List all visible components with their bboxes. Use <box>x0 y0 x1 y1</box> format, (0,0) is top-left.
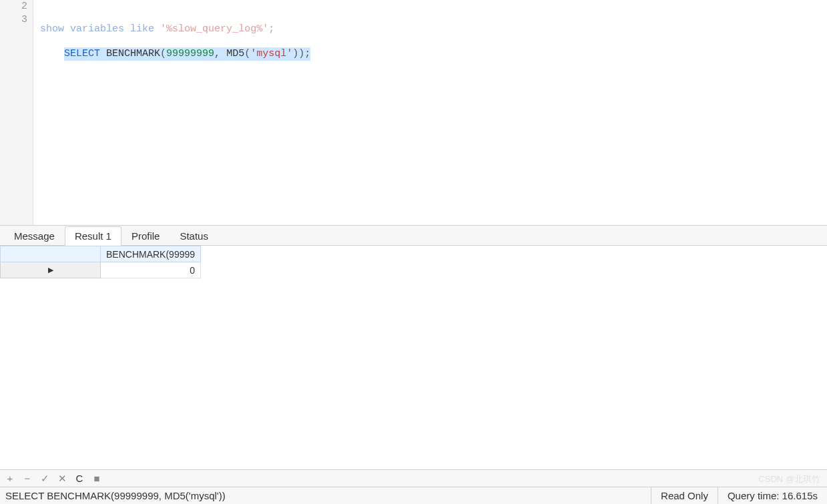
results-pane[interactable]: BENCHMARK(99999 ▶ 0 <box>0 246 827 469</box>
tab-status[interactable]: Status <box>170 226 218 246</box>
status-bar: SELECT BENCHMARK(99999999, MD5('mysql'))… <box>0 487 827 504</box>
code-line-selected[interactable]: SELECT BENCHMARK(99999999, MD5('mysql'))… <box>64 47 310 61</box>
row-indicator-header[interactable] <box>1 246 101 262</box>
code-line[interactable]: show variables like '%slow_query_log%'; <box>40 23 827 36</box>
tab-profile[interactable]: Profile <box>121 226 170 246</box>
results-tabs-bar: Message Result 1 Profile Status <box>0 226 827 246</box>
stop-icon[interactable]: ■ <box>91 473 103 484</box>
add-row-icon[interactable]: + <box>4 473 16 484</box>
apply-icon[interactable]: ✓ <box>39 473 51 485</box>
status-readonly: Read Only <box>651 487 718 504</box>
result-table: BENCHMARK(99999 ▶ 0 <box>0 246 201 278</box>
cancel-icon[interactable]: ✕ <box>56 473 68 485</box>
sql-code-area[interactable]: show variables like '%slow_query_log%'; … <box>33 0 827 225</box>
line-number: 3 <box>0 13 27 27</box>
tab-result-1[interactable]: Result 1 <box>65 226 121 246</box>
status-query-time: Query time: 16.615s <box>718 487 827 504</box>
sql-editor-pane: 2 3 show variables like '%slow_query_log… <box>0 0 827 226</box>
remove-row-icon[interactable]: − <box>21 473 33 484</box>
column-header[interactable]: BENCHMARK(99999 <box>101 246 201 262</box>
tab-message[interactable]: Message <box>4 226 65 246</box>
line-number-gutter: 2 3 <box>0 0 33 225</box>
line-number: 2 <box>0 0 27 13</box>
refresh-icon[interactable]: C <box>73 473 85 484</box>
result-toolbar: + − ✓ ✕ C ■ <box>0 469 827 487</box>
table-header-row: BENCHMARK(99999 <box>1 246 201 262</box>
row-indicator-icon: ▶ <box>1 262 101 278</box>
status-query-text: SELECT BENCHMARK(99999999, MD5('mysql')) <box>0 490 651 501</box>
result-cell[interactable]: 0 <box>101 262 201 278</box>
table-row[interactable]: ▶ 0 <box>1 262 201 278</box>
